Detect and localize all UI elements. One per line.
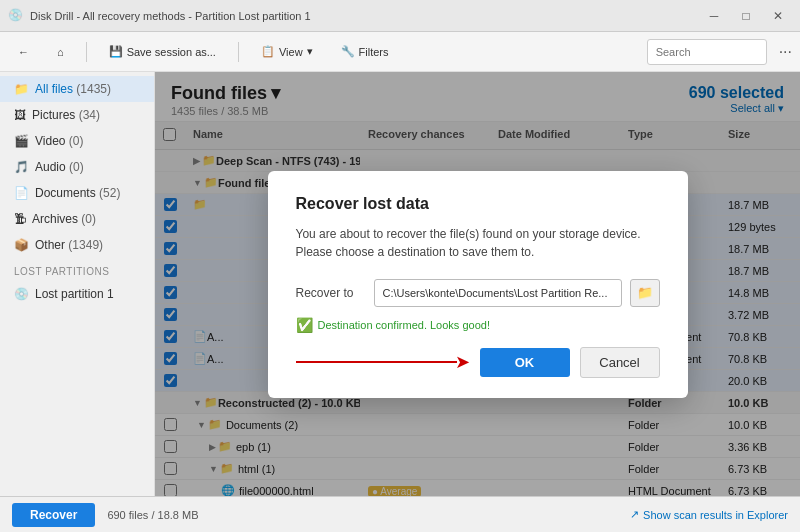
toolbar-separator <box>86 42 87 62</box>
sidebar-item-lost-partition-1[interactable]: 💿 Lost partition 1 <box>0 281 154 307</box>
show-scan-link[interactable]: ↗ Show scan results in Explorer <box>630 508 788 521</box>
sidebar-item-video[interactable]: 🎬 Video (0) <box>0 128 154 154</box>
other-icon: 📦 <box>14 238 29 252</box>
cancel-button[interactable]: Cancel <box>580 347 660 378</box>
audio-icon: 🎵 <box>14 160 29 174</box>
more-options-button[interactable]: ··· <box>779 43 792 61</box>
main-layout: 📁 All files (1435) 🖼 Pictures (34) 🎬 Vid… <box>0 72 800 496</box>
view-icon: 📋 <box>261 45 275 58</box>
bottom-info: 690 files / 18.8 MB <box>107 509 198 521</box>
arrow-head-icon: ➤ <box>455 351 470 373</box>
toolbar: ← ⌂ 💾 Save session as... 📋 View ▾ 🔧 Filt… <box>0 32 800 72</box>
maximize-button[interactable]: □ <box>732 2 760 30</box>
sidebar-item-audio[interactable]: 🎵 Audio (0) <box>0 154 154 180</box>
partition-icon: 💿 <box>14 287 29 301</box>
modal-overlay: Recover lost data You are about to recov… <box>155 72 800 496</box>
back-icon: ← <box>18 46 29 58</box>
window-title: Disk Drill - All recovery methods - Part… <box>30 10 700 22</box>
arrow-line <box>296 361 457 363</box>
files-icon: 📁 <box>14 82 29 96</box>
destination-status: ✅ Destination confirmed. Looks good! <box>296 317 660 333</box>
picture-icon: 🖼 <box>14 108 26 122</box>
browse-button[interactable]: 📁 <box>630 279 660 307</box>
app-icon: 💿 <box>8 8 24 24</box>
chevron-down-icon: ▾ <box>307 45 313 58</box>
arrow-indicator: ➤ <box>296 351 470 373</box>
recover-to-field: Recover to 📁 <box>296 279 660 307</box>
search-input[interactable] <box>647 39 767 65</box>
filter-icon: 🔧 <box>341 45 355 58</box>
archive-icon: 🗜 <box>14 212 26 226</box>
recover-to-input[interactable] <box>374 279 622 307</box>
save-session-button[interactable]: 💾 Save session as... <box>99 38 226 66</box>
close-button[interactable]: ✕ <box>764 2 792 30</box>
content-area: Found files ▾ 1435 files / 38.5 MB 690 s… <box>155 72 800 496</box>
sidebar: 📁 All files (1435) 🖼 Pictures (34) 🎬 Vid… <box>0 72 155 496</box>
title-bar: 💿 Disk Drill - All recovery methods - Pa… <box>0 0 800 32</box>
recover-button[interactable]: Recover <box>12 503 95 527</box>
save-icon: 💾 <box>109 45 123 58</box>
recover-dialog: Recover lost data You are about to recov… <box>268 171 688 398</box>
modal-title: Recover lost data <box>296 195 660 213</box>
modal-description: You are about to recover the file(s) fou… <box>296 225 660 261</box>
external-link-icon: ↗ <box>630 508 639 521</box>
folder-browse-icon: 📁 <box>637 285 653 300</box>
check-icon: ✅ <box>296 317 313 333</box>
document-icon: 📄 <box>14 186 29 200</box>
ok-button[interactable]: OK <box>480 348 570 377</box>
sidebar-item-other[interactable]: 📦 Other (1349) <box>0 232 154 258</box>
toolbar-separator-2 <box>238 42 239 62</box>
home-button[interactable]: ⌂ <box>47 38 74 66</box>
sidebar-item-documents[interactable]: 📄 Documents (52) <box>0 180 154 206</box>
modal-actions: ➤ OK Cancel <box>296 347 660 378</box>
home-icon: ⌂ <box>57 46 64 58</box>
minimize-button[interactable]: ─ <box>700 2 728 30</box>
sidebar-item-all-files[interactable]: 📁 All files (1435) <box>0 76 154 102</box>
recover-to-label: Recover to <box>296 286 366 300</box>
filters-button[interactable]: 🔧 Filters <box>331 38 399 66</box>
bottom-bar: Recover 690 files / 18.8 MB ↗ Show scan … <box>0 496 800 532</box>
video-icon: 🎬 <box>14 134 29 148</box>
back-button[interactable]: ← <box>8 38 39 66</box>
sidebar-item-pictures[interactable]: 🖼 Pictures (34) <box>0 102 154 128</box>
sidebar-section-lost-partitions: Lost partitions <box>0 258 154 281</box>
window-controls: ─ □ ✕ <box>700 2 792 30</box>
view-button[interactable]: 📋 View ▾ <box>251 38 323 66</box>
sidebar-item-archives[interactable]: 🗜 Archives (0) <box>0 206 154 232</box>
